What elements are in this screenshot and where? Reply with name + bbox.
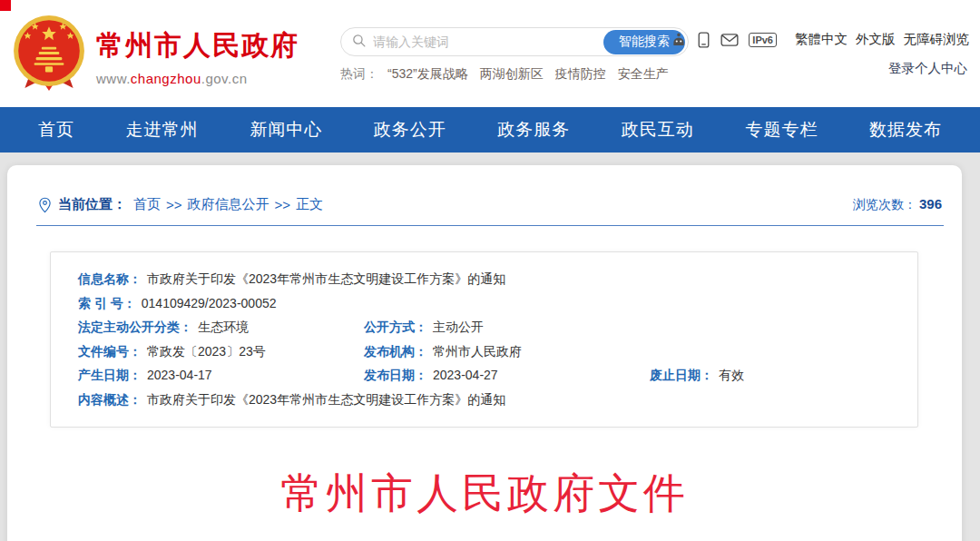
info-value: 生态环境	[198, 315, 249, 339]
utility-bar: IPv6 繁體中文 外文版 无障碍浏览	[671, 31, 969, 48]
info-label: 公开方式：	[364, 315, 427, 339]
view-counter-label: 浏览次数：	[853, 197, 916, 211]
view-counter: 浏览次数：396	[853, 196, 942, 213]
nav-item-data-release[interactable]: 数据发布	[869, 118, 942, 142]
nav-item-news-center[interactable]: 新闻中心	[250, 118, 322, 142]
nav-item-gov-disclosure[interactable]: 政务公开	[374, 118, 446, 142]
corner-marker	[0, 0, 11, 11]
hot-word-link[interactable]: 两湖创新区	[480, 66, 544, 81]
info-value: 2023-04-27	[433, 363, 498, 388]
robot-icon[interactable]	[671, 32, 687, 48]
info-label: 产生日期：	[78, 363, 142, 388]
info-row-category: 法定主动公开分类：生态环境 公开方式：主动公开	[78, 315, 890, 339]
site-url-suffix: .gov.cn	[201, 71, 248, 86]
site-logo[interactable]: 常州市人民政府 www.changzhou.gov.cn	[13, 15, 299, 94]
nav-item-home[interactable]: 首页	[38, 118, 74, 142]
breadcrumb: 当前位置： 首页 >> 政府信息公开 >> 正文	[38, 196, 323, 213]
info-row-index-number: 索 引 号：014109429/2023-00052	[78, 291, 890, 316]
nav-item-gov-services[interactable]: 政务服务	[497, 118, 570, 142]
search-icon	[351, 33, 367, 52]
info-label: 文件编号：	[78, 339, 142, 364]
hot-word-link[interactable]: 疫情防控	[555, 66, 606, 81]
national-emblem-icon	[13, 15, 85, 94]
search-box: 智能搜索	[340, 27, 689, 56]
view-counter-value: 396	[919, 196, 942, 211]
document-title: 常州市人民政府文件	[7, 466, 962, 522]
info-value: 市政府关于印发《2023年常州市生态文明建设工作方案》的通知	[147, 388, 505, 412]
nav-item-public-interaction[interactable]: 政民互动	[622, 118, 694, 142]
info-value: 有效	[719, 363, 744, 388]
mobile-icon[interactable]	[697, 32, 710, 48]
search-input[interactable]	[373, 34, 603, 49]
info-row-doc-number: 文件编号：常政发〔2023〕23号 发布机构：常州市人民政府	[78, 339, 890, 364]
site-url-domain: changzhou	[131, 71, 201, 86]
mail-icon[interactable]	[720, 33, 739, 47]
breadcrumb-bar: 当前位置： 首页 >> 政府信息公开 >> 正文 浏览次数：396	[36, 165, 944, 226]
info-value: 常州市人民政府	[433, 339, 522, 364]
login-personal-center-link[interactable]: 登录个人中心	[888, 60, 967, 77]
site-name: 常州市人民政府	[96, 27, 299, 64]
hot-word-link[interactable]: “532”发展战略	[387, 66, 468, 81]
info-label: 发布机构：	[364, 339, 427, 364]
info-label: 法定主动公开分类：	[78, 315, 192, 339]
site-title-block: 常州市人民政府 www.changzhou.gov.cn	[96, 15, 299, 86]
nav-item-special-topics[interactable]: 专题专栏	[745, 118, 818, 142]
site-header: 常州市人民政府 www.changzhou.gov.cn 智能搜索 热词：“53…	[0, 0, 980, 107]
main-nav: 首页 走进常州 新闻中心 政务公开 政务服务 政民互动 专题专栏 数据发布	[0, 107, 980, 152]
info-value: 014109429/2023-00052	[142, 291, 277, 316]
site-url: www.changzhou.gov.cn	[96, 71, 299, 86]
info-value: 常政发〔2023〕23号	[147, 339, 266, 364]
info-label: 信息名称：	[78, 267, 142, 291]
nav-item-about-changzhou[interactable]: 走进常州	[126, 118, 199, 142]
info-value: 2023-04-17	[147, 363, 212, 388]
hot-word-link[interactable]: 安全生产	[618, 66, 669, 81]
breadcrumb-link-article[interactable]: 正文	[296, 196, 323, 213]
info-label: 内容概述：	[78, 388, 142, 412]
breadcrumb-separator: >>	[166, 197, 182, 212]
hot-words-label: 热词：	[340, 66, 378, 81]
search-area: 智能搜索 热词：“532”发展战略两湖创新区疫情防控安全生产	[340, 27, 689, 83]
breadcrumb-label: 当前位置：	[58, 196, 126, 213]
info-label: 索 引 号：	[78, 291, 136, 316]
info-row-summary: 内容概述：市政府关于印发《2023年常州市生态文明建设工作方案》的通知	[78, 388, 890, 412]
breadcrumb-separator: >>	[275, 197, 291, 212]
document-info-table: 信息名称：市政府关于印发《2023年常州市生态文明建设工作方案》的通知 索 引 …	[50, 251, 918, 428]
info-value: 主动公开	[433, 315, 484, 339]
site-url-prefix: www.	[96, 71, 131, 86]
info-row-title: 信息名称：市政府关于印发《2023年常州市生态文明建设工作方案》的通知	[78, 267, 890, 291]
traditional-chinese-link[interactable]: 繁體中文	[795, 31, 848, 48]
info-label: 发布日期：	[364, 363, 427, 388]
breadcrumb-link-home[interactable]: 首页	[133, 196, 161, 213]
info-label: 废止日期：	[650, 363, 713, 388]
info-row-dates: 产生日期：2023-04-17 发布日期：2023-04-27 废止日期：有效	[78, 363, 890, 388]
breadcrumb-link-gov-info[interactable]: 政府信息公开	[188, 196, 270, 213]
location-pin-icon	[38, 197, 52, 213]
foreign-language-link[interactable]: 外文版	[856, 31, 896, 48]
accessibility-link[interactable]: 无障碍浏览	[904, 31, 970, 48]
hot-words: 热词：“532”发展战略两湖创新区疫情防控安全生产	[340, 66, 689, 83]
ipv6-badge-icon[interactable]: IPv6	[749, 33, 777, 47]
content-panel: 当前位置： 首页 >> 政府信息公开 >> 正文 浏览次数：396 信息名称：市…	[7, 165, 962, 541]
info-value: 市政府关于印发《2023年常州市生态文明建设工作方案》的通知	[147, 267, 505, 291]
